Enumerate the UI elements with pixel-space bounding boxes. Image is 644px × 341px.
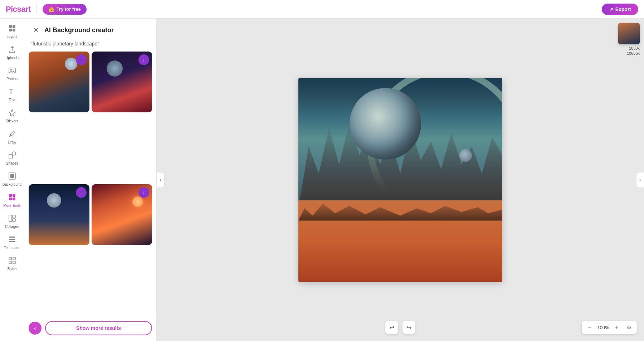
layout-icon: [8, 24, 16, 33]
download-badge-1[interactable]: ↓: [76, 54, 87, 65]
svg-rect-15: [9, 215, 12, 221]
panel-title: AI Background creator: [44, 26, 114, 34]
undo-button[interactable]: ↩: [385, 321, 398, 334]
svg-rect-1: [13, 25, 15, 28]
svg-rect-2: [9, 29, 12, 31]
topbar-right: ↗ Export: [602, 4, 638, 15]
batch-label: Batch: [8, 267, 17, 271]
download-icon-2: ↓: [143, 57, 145, 63]
thumb-size-2: 1080px: [627, 51, 640, 56]
sidebar-item-background[interactable]: Background: [2, 169, 23, 190]
collapse-left-icon: ‹: [160, 177, 161, 182]
side-panel: ✕ AI Background creator "futuristic plan…: [24, 19, 157, 341]
svg-rect-20: [9, 241, 15, 242]
sidebar-item-text[interactable]: T Text: [2, 85, 23, 105]
sidebar-item-layout[interactable]: Layout: [2, 21, 23, 42]
svg-rect-16: [13, 215, 15, 218]
image-grid: ↓ ↓ ↓ ↓: [24, 52, 156, 315]
zoom-controls: − 100% + ⚙: [582, 321, 637, 334]
draw-label: Draw: [8, 140, 16, 145]
svg-rect-7: [9, 155, 13, 158]
svg-point-8: [12, 152, 16, 155]
sidebar-item-batch[interactable]: Batch: [2, 254, 23, 274]
grid-item-3[interactable]: ↓: [29, 184, 89, 245]
undo-icon: ↩: [390, 324, 394, 331]
zoom-level: 100%: [597, 325, 610, 330]
grid-item-2[interactable]: ↓: [92, 52, 152, 112]
left-navigation: Layout Uploads Photos: [0, 19, 24, 341]
sidebar-item-stickers[interactable]: Stickers: [2, 106, 23, 126]
thumbnail-labels: 1080x 1080px: [627, 46, 640, 56]
canvas-settings-button[interactable]: ⚙: [624, 322, 634, 332]
back-icon: ‹: [34, 325, 36, 331]
svg-rect-14: [13, 198, 15, 200]
photos-label: Photos: [6, 77, 18, 81]
svg-rect-19: [9, 239, 15, 240]
collapse-right-icon: ›: [640, 177, 641, 182]
sidebar-item-uploads[interactable]: Uploads: [2, 43, 23, 63]
zoom-plus-icon: +: [615, 324, 618, 331]
svg-rect-12: [13, 194, 15, 197]
panel-close-button[interactable]: ✕: [31, 25, 41, 35]
background-label: Background: [3, 182, 21, 187]
sidebar-item-photos[interactable]: Photos: [2, 64, 23, 84]
sidebar-item-shapes[interactable]: Shapes: [2, 148, 23, 169]
svg-rect-3: [13, 29, 15, 31]
panel-toggle-right[interactable]: ›: [636, 172, 644, 188]
shapes-label: Shapes: [6, 161, 18, 166]
panel-toggle-left[interactable]: ‹: [157, 172, 165, 188]
small-planet: [459, 149, 472, 162]
redo-button[interactable]: ↪: [402, 321, 415, 334]
download-badge-2[interactable]: ↓: [138, 54, 149, 65]
uploads-label: Uploads: [5, 56, 19, 60]
stickers-label: Stickers: [6, 119, 19, 123]
templates-label: Templates: [4, 246, 20, 250]
zoom-out-button[interactable]: −: [585, 322, 595, 332]
panel-query: "futuristic planetary landscape": [24, 39, 156, 52]
stickers-icon: [8, 109, 16, 118]
canvas-area: ‹ › ↩ ↪: [157, 19, 644, 341]
sidebar-item-templates[interactable]: Templates: [2, 233, 23, 253]
panel-bottom: ‹ Show more results: [24, 315, 156, 341]
try-free-button[interactable]: 👑 Try for free: [43, 4, 87, 15]
logo[interactable]: Picsart: [6, 5, 31, 14]
export-label: Export: [615, 6, 631, 12]
zoom-in-button[interactable]: +: [612, 322, 622, 332]
svg-point-5: [10, 69, 12, 70]
text-icon: T: [8, 88, 16, 97]
svg-text:T: T: [9, 89, 13, 95]
collages-icon: [8, 214, 16, 223]
try-free-label: Try for free: [57, 6, 81, 12]
topbar-divider: [36, 4, 37, 14]
svg-rect-17: [13, 219, 15, 221]
redo-icon: ↪: [407, 324, 411, 331]
svg-rect-0: [9, 25, 12, 28]
show-more-button[interactable]: Show more results: [45, 321, 152, 335]
download-badge-3[interactable]: ↓: [76, 187, 87, 198]
svg-rect-11: [9, 194, 12, 197]
logo-text: Picsart: [6, 5, 31, 14]
back-button[interactable]: ‹: [29, 322, 42, 335]
layout-label: Layout: [6, 35, 17, 39]
settings-icon: ⚙: [626, 324, 631, 331]
canvas-background: [298, 78, 502, 282]
export-button[interactable]: ↗ Export: [602, 4, 638, 15]
close-icon: ✕: [33, 26, 39, 34]
main-area: Layout Uploads Photos: [0, 19, 644, 341]
text-label: Text: [9, 98, 15, 102]
export-arrow-icon: ↗: [609, 6, 613, 12]
thumbnail-preview: 1080x 1080px: [618, 23, 640, 56]
sidebar-item-more-tools[interactable]: More Tools: [2, 190, 23, 211]
canvas-image: [298, 78, 502, 282]
collages-label: Collages: [5, 225, 19, 229]
uploads-icon: [8, 45, 16, 54]
sidebar-item-draw[interactable]: Draw: [2, 127, 23, 147]
grid-item-1[interactable]: ↓: [29, 52, 89, 112]
more-tools-icon: [8, 193, 16, 202]
grid-item-4[interactable]: ↓: [92, 184, 152, 245]
svg-rect-23: [9, 261, 11, 264]
draw-icon: [8, 130, 16, 139]
sidebar-item-collages[interactable]: Collages: [2, 211, 23, 232]
download-badge-4[interactable]: ↓: [138, 187, 149, 198]
topbar-left: Picsart 👑 Try for free: [6, 4, 87, 15]
